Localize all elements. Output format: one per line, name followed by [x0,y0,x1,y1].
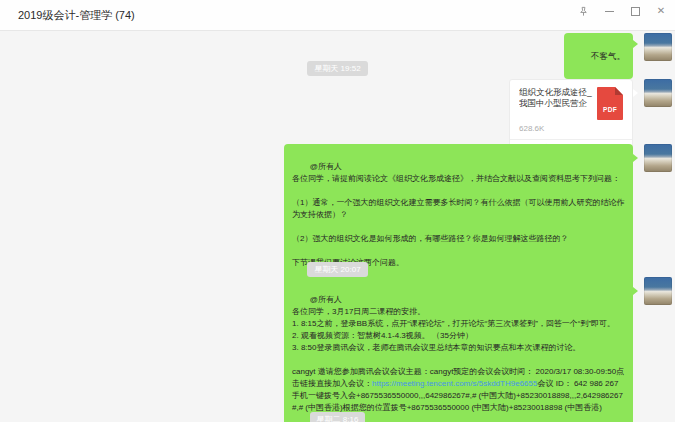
bubble-tail [633,287,638,295]
pin-icon[interactable] [577,5,589,17]
chat-title: 2019级会计-管理学 (74) [18,0,135,30]
meeting-link[interactable]: https://meeting.tencent.com/s/5skddTH9e6… [372,379,537,388]
chat-area: ••• 不客气。 星期天 19:52 组织文化形成途径_我国中小型民营企业...… [0,31,675,422]
titlebar: 2019级会计-管理学 (74) ✕ [0,0,675,31]
chat-bubble: @所有人 各位同学，3月17日周二课程的安排。 1. 8:15之前，登录BB系统… [284,277,633,422]
timestamp: 星期天 19:52 [0,57,675,76]
file-card-top: 组织文化形成途径_我国中小型民营企业... PDF [510,80,632,120]
timestamp-badge: 星期二 8:16 [310,412,366,422]
minimize-icon[interactable] [603,5,615,17]
pdf-label: PDF [597,106,623,113]
timestamp-badge: 星期天 20:07 [307,262,367,277]
bubble-tail [633,154,638,162]
timestamp: 星期天 20:07 [0,258,675,277]
avatar[interactable] [644,144,672,172]
message-text: @所有人 各位同学，3月17日周二课程的安排。 1. 8:15之前，登录BB系统… [292,295,624,388]
message-text: @所有人 各位同学，请提前阅读论文《组织文化形成途径》，并结合文献以及查阅资料思… [292,162,624,267]
bubble-tail [633,89,638,97]
timestamp: 星期二 8:16 [0,408,675,422]
avatar[interactable] [644,277,672,305]
avatar[interactable] [644,79,672,107]
wechat-chat-window: 2019级会计-管理学 (74) ✕ ••• 不客气。 星期天 19: [0,0,675,422]
bubble-tail [633,40,638,48]
close-icon[interactable]: ✕ [655,5,667,17]
maximize-icon[interactable] [629,5,641,17]
timestamp-badge: 星期天 19:52 [307,61,367,76]
message-row-schedule: @所有人 各位同学，3月17日周二课程的安排。 1. 8:15之前，登录BB系统… [284,277,672,422]
window-controls: ✕ [577,0,667,22]
file-title: 组织文化形成途径_我国中小型民营企业... [519,87,593,109]
file-size: 628.6K [510,120,632,133]
pdf-file-icon: PDF [597,87,623,120]
